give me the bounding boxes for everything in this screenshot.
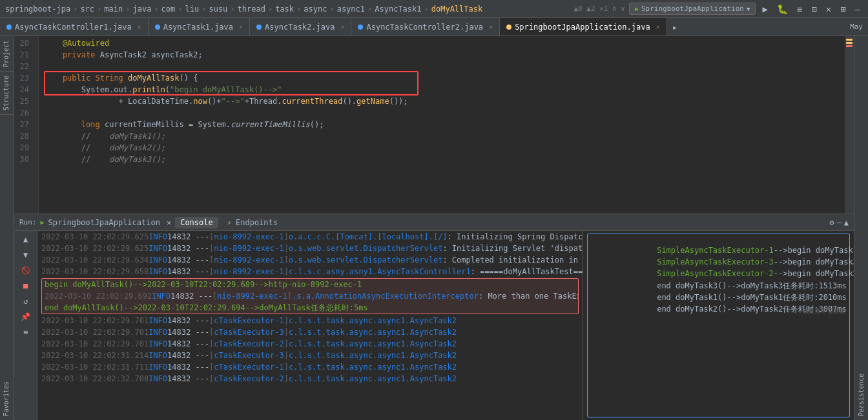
tab-label: AsyncTask2.java <box>265 23 335 32</box>
bc-java[interactable]: java <box>132 5 151 14</box>
pin-icon[interactable]: 📌 <box>17 310 34 324</box>
line-num-21: 21 <box>14 49 33 61</box>
tab-asynctaskcontroller1[interactable]: AsyncTaskController1.java ✕ <box>0 18 149 35</box>
rerun-icon[interactable]: ↺ <box>17 294 34 308</box>
scroll-marker-warning2 <box>846 42 852 44</box>
run-minimize-icon[interactable]: — <box>837 218 842 227</box>
bc-asynctask1[interactable]: AsyncTask1 <box>375 5 421 14</box>
tab-console[interactable]: Console <box>175 217 218 228</box>
sidebar-divider2 <box>0 114 14 115</box>
code-line-29: // doMyTask2(); <box>44 142 840 154</box>
log-line-end2: end doMyAllTask()-->2022-03-10T22:02:29.… <box>42 302 578 314</box>
settings-icon[interactable]: ⚙ <box>829 218 834 227</box>
bc-thread[interactable]: thread <box>238 5 265 14</box>
code-content[interactable]: @Autowired private AsyncTask2 asyncTask2… <box>39 36 845 214</box>
code-line-23: public String doMyAllTask() { <box>44 72 840 84</box>
bottom-panel: Run: ▶ SpringbootJpaApplication ✕ Consol… <box>14 214 854 420</box>
scroll-down-icon[interactable]: ▼ <box>17 248 34 262</box>
run-icon[interactable]: ▶ <box>760 3 770 15</box>
tab-close[interactable]: ✕ <box>340 23 344 30</box>
tab-dot <box>256 25 262 30</box>
right-info-box: SimpleAsyncTaskExecutor-1-->begin doMyTa… <box>587 234 850 417</box>
bottom-content: ▲ ▼ 🚫 ■ ↺ 📌 ≡ 2022-03-10 22:02:29.625 IN… <box>14 231 854 420</box>
bc-main[interactable]: main <box>104 5 123 14</box>
right-sidebar: Persistence <box>854 36 868 420</box>
tab-close[interactable]: ✕ <box>656 23 660 30</box>
code-line-26 <box>44 107 840 119</box>
tab-asynctask2[interactable]: AsyncTask2.java ✕ <box>250 18 351 35</box>
code-line-20: @Autowired <box>44 37 840 49</box>
clear-console-icon[interactable]: 🚫 <box>17 263 34 277</box>
code-line-30: // doMyTask3(); <box>44 154 840 165</box>
bc-liu[interactable]: liu <box>185 5 200 14</box>
run-bar-right: ⚙ — ▲ <box>829 218 849 227</box>
tab-endpoints[interactable]: ⚡ Endpoints <box>222 217 283 228</box>
log-line-8: 2022-03-10 22:02:29.701 INFO 14832 --- [… <box>37 326 583 338</box>
log-line-3: 2022-03-10 22:02:29.634 INFO 14832 --- [… <box>37 254 583 266</box>
run-bar: Run: ▶ SpringbootJpaApplication ✕ Consol… <box>14 214 854 231</box>
scroll-marker-warning <box>846 39 852 41</box>
debug-icon[interactable]: 🐛 <box>774 3 790 15</box>
tab-close[interactable]: ✕ <box>239 23 243 30</box>
line-num-24: 24 <box>14 84 33 95</box>
run-close[interactable]: ✕ <box>167 218 171 227</box>
line-num-26: 26 <box>14 107 33 119</box>
bc-async1[interactable]: async1 <box>337 5 365 14</box>
line-num-25: 25 <box>14 95 33 107</box>
line-numbers: 20 21 22 23 24 25 26 27 28 29 30 <box>14 36 39 214</box>
console-log-area: 2022-03-10 22:02:29.625 INFO 14832 --- [… <box>37 231 583 420</box>
expand-icon[interactable]: ⊞ <box>838 3 848 15</box>
run-app-icon: ▶ <box>41 219 45 226</box>
code-line-24: System.out.println("begin doMyAllTask()-… <box>44 84 840 95</box>
sidebar-label-structure[interactable]: Structure <box>0 72 14 114</box>
tab-asynctaskcontroller2[interactable]: AsyncTaskController2.java ✕ <box>351 18 500 35</box>
editor-scrollbar[interactable] <box>845 36 854 214</box>
line-num-30: 30 <box>14 154 33 165</box>
run-expand-icon[interactable]: ▲ <box>844 218 849 227</box>
project-name[interactable]: springboot-jpa <box>5 5 70 14</box>
tab-springbootjpaapp[interactable]: SpringbootJpaApplication.java ✕ <box>500 18 667 35</box>
breadcrumb-bar: springboot-jpa › src › main › java › com… <box>0 0 868 18</box>
tab-right-actions: May <box>845 18 868 35</box>
line-num-27: 27 <box>14 119 33 130</box>
log-line-11: 2022-03-10 22:02:31.711 INFO 14832 --- [… <box>37 361 583 373</box>
sidebar-label-favorites[interactable]: Favorites <box>0 377 14 420</box>
sidebar-label-project[interactable]: Project <box>0 36 14 71</box>
bc-src[interactable]: src <box>80 5 94 14</box>
tab-close[interactable]: ✕ <box>489 23 493 30</box>
bottom-right-panel: SimpleAsyncTaskExecutor-1-->begin doMyTa… <box>583 231 854 420</box>
window-icon[interactable]: ⊡ <box>809 3 819 15</box>
code-line-21: private AsyncTask2 asyncTask2; <box>44 49 840 61</box>
run-app-name: SpringbootJpaApplication <box>48 218 160 227</box>
tab-label: AsyncTaskController1.java <box>15 23 132 32</box>
bc-task[interactable]: task <box>275 5 294 14</box>
bc-susu[interactable]: susu <box>209 5 227 14</box>
console-left-bar: ▲ ▼ 🚫 ■ ↺ 📌 ≡ <box>14 231 37 420</box>
bc-method: doMyAllTask <box>431 5 482 14</box>
tab-label: AsyncTaskController2.java <box>366 23 483 32</box>
tab-dot <box>6 25 12 30</box>
code-line-28: // doMyTask1(); <box>44 130 840 142</box>
fold-icon[interactable]: ≡ <box>17 325 34 339</box>
code-line-25: + LocalDateTime.now()+"-->"+Thread.curre… <box>44 95 840 107</box>
line-num-28: 28 <box>14 130 33 142</box>
log-line-2: 2022-03-10 22:02:29.625 INFO 14832 --- [… <box>37 243 583 254</box>
more-icon[interactable]: ≡ <box>794 3 805 15</box>
left-sidebar: Project Structure Favorites <box>0 36 14 420</box>
run-config-dropdown[interactable]: ▶ SpringbootJpaApplication ▼ <box>629 3 756 15</box>
minimize-icon[interactable]: — <box>852 3 863 15</box>
run-label: Run: <box>19 218 37 226</box>
console-red-box: begin doMyAllTask()-->2022-03-10T22:02:2… <box>41 278 579 314</box>
line-num-22: 22 <box>14 61 33 72</box>
log-line-end: 2022-03-10 22:02:29.692 INFO 14832 --- [… <box>42 290 578 302</box>
scroll-up-icon[interactable]: ▲ <box>17 232 34 246</box>
tab-close[interactable]: ✕ <box>138 23 141 30</box>
bc-async[interactable]: async <box>304 5 327 14</box>
line-num-23: 23 <box>14 72 33 84</box>
sidebar-label-persistence[interactable]: Persistence <box>858 374 865 416</box>
stop-icon[interactable]: ■ <box>17 279 34 293</box>
tab-overflow-menu[interactable]: ▸ <box>667 18 683 35</box>
bc-com[interactable]: com <box>161 5 176 14</box>
close-icon[interactable]: ✕ <box>823 3 834 15</box>
tab-asynctask1[interactable]: AsyncTask1.java ✕ <box>149 18 250 35</box>
